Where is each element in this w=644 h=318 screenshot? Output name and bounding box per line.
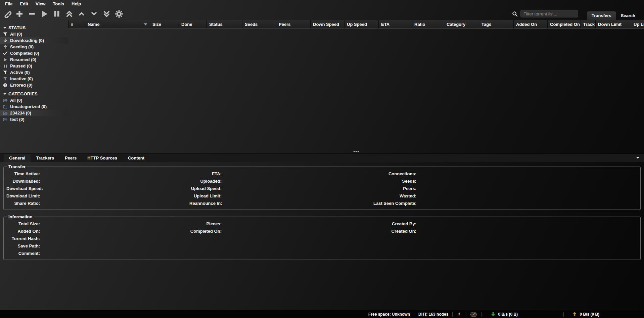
- download-speed-text: 0 B/s (0 B): [498, 312, 518, 317]
- status-filter-resumed-0[interactable]: Resumed (0): [0, 56, 68, 63]
- props-row: Downloaded:Uploaded:Seeds:: [6, 177, 638, 185]
- status-filter-all-0[interactable]: All (0): [0, 31, 68, 37]
- menu-edit[interactable]: Edit: [16, 1, 32, 6]
- view-tab-search[interactable]: Search: [616, 11, 640, 20]
- resume-icon[interactable]: [40, 9, 49, 18]
- tab-peers[interactable]: Peers: [59, 154, 82, 162]
- tab-trackers[interactable]: Trackers: [31, 154, 59, 162]
- label-reannounce-in: Reannounce In:: [189, 201, 222, 206]
- props-row: Download Speed:Upload Speed:Peers:: [6, 185, 638, 192]
- view-tab-transfers[interactable]: Transfers: [587, 11, 616, 20]
- play-icon: [3, 58, 8, 62]
- column-header-category[interactable]: Category: [444, 20, 479, 29]
- side-item-label: Resumed (0): [10, 57, 36, 62]
- column-header-seeds[interactable]: Seeds: [242, 20, 276, 29]
- side-item-label: Downloading (0): [10, 38, 44, 43]
- torrent-table-body[interactable]: [68, 29, 644, 150]
- column-label: Category: [447, 22, 465, 27]
- arrow-up-icon: [3, 45, 8, 49]
- add-icon[interactable]: [15, 9, 24, 18]
- splitter-handle-icon[interactable]: [356, 151, 357, 152]
- column-header-number[interactable]: #: [68, 20, 79, 29]
- speed-gauge-icon[interactable]: [470, 311, 477, 317]
- filter-torrent-input[interactable]: [520, 10, 578, 17]
- caret-down-icon: [3, 93, 6, 95]
- label-save-path: Save Path:: [6, 243, 40, 248]
- column-header-up-speed[interactable]: Up Speed: [344, 20, 378, 29]
- column-header-tracker[interactable]: Tracker: [581, 20, 595, 29]
- column-header-down-limit[interactable]: Down Limit: [595, 20, 631, 29]
- column-label: Down Limit: [598, 22, 622, 27]
- categories-section-header[interactable]: CATEGORIES: [0, 91, 68, 97]
- detail-panel-tabbar: GeneralTrackersPeersHTTP SourcesContent: [0, 153, 644, 162]
- section-transfer: TransferTime Active:ETA:Connections:Down…: [3, 164, 641, 210]
- status-filter-seeding-0[interactable]: Seeding (0): [0, 44, 68, 50]
- status-filter-list: All (0)Downloading (0)Seeding (0)Complet…: [0, 31, 68, 88]
- props-row: Torrent Hash:: [6, 235, 638, 242]
- column-header-ratio[interactable]: Ratio: [412, 20, 444, 29]
- status-section-header[interactable]: STATUS: [0, 25, 68, 31]
- category-all-0[interactable]: All (0): [0, 97, 68, 103]
- column-label: #: [71, 22, 73, 27]
- column-header-up-limit[interactable]: Up Limit: [631, 20, 644, 29]
- pause-icon[interactable]: [52, 9, 61, 18]
- category-uncategorized-0[interactable]: Uncategorized (0): [0, 103, 68, 110]
- upload-speed-text: 0 B/s (0 B): [580, 312, 599, 317]
- panel-content: TransferTime Active:ETA:Connections:Down…: [0, 162, 644, 261]
- status-filter-active-0[interactable]: Active (0): [0, 69, 68, 76]
- props-row: Comment:: [6, 249, 638, 257]
- column-header-name[interactable]: Name: [85, 20, 150, 29]
- panel-splitter[interactable]: [0, 150, 644, 153]
- status-filter-inactive-0[interactable]: Inactive (0): [0, 76, 68, 82]
- category-234234-0[interactable]: 234234 (0): [0, 110, 68, 116]
- column-header-completed-on[interactable]: Completed On: [547, 20, 581, 29]
- menu-file[interactable]: File: [1, 1, 16, 6]
- label-last-seen-complete: Last Seen Complete:: [373, 201, 416, 206]
- column-header-eta[interactable]: ETA: [378, 20, 412, 29]
- column-header-done[interactable]: Done: [179, 20, 206, 29]
- column-label: Seeds: [245, 22, 258, 27]
- pause-icon: [3, 64, 8, 68]
- label-upload-speed: Upload Speed:: [189, 186, 222, 191]
- column-header-size[interactable]: Size: [150, 20, 179, 29]
- status-filter-errored-0[interactable]: Errored (0): [0, 82, 68, 88]
- link-icon[interactable]: [3, 9, 11, 18]
- column-header-down-speed[interactable]: Down Speed: [310, 20, 344, 29]
- column-header-peers[interactable]: Peers: [276, 20, 310, 29]
- tab-content[interactable]: Content: [123, 154, 150, 162]
- props-row: Save Path:: [6, 242, 638, 249]
- label-time-active: Time Active:: [6, 171, 40, 176]
- status-filter-paused-0[interactable]: Paused (0): [0, 63, 68, 69]
- move-down-icon[interactable]: [90, 9, 98, 18]
- label-upload-limit: Upload Limit:: [189, 193, 222, 198]
- options-icon[interactable]: [114, 9, 123, 18]
- tab-http-sources[interactable]: HTTP Sources: [82, 154, 123, 162]
- category-test-0[interactable]: test (0): [0, 116, 68, 123]
- move-top-icon[interactable]: [65, 9, 74, 18]
- side-item-label: Errored (0): [10, 83, 32, 88]
- column-header-icon[interactable]: [79, 20, 85, 29]
- remove-icon[interactable]: [28, 9, 36, 18]
- menu-tools[interactable]: Tools: [49, 1, 68, 6]
- column-header-status[interactable]: Status: [206, 20, 242, 29]
- status-filter-completed-0[interactable]: Completed (0): [0, 50, 68, 56]
- tab-general[interactable]: General: [4, 154, 31, 162]
- menu-help[interactable]: Help: [68, 1, 85, 6]
- column-header-tags[interactable]: Tags: [479, 20, 513, 29]
- folder-icon: [3, 105, 8, 109]
- label-download-speed: Download Speed:: [6, 186, 40, 191]
- side-item-label: Uncategorized (0): [10, 104, 47, 109]
- filter-icon: [3, 70, 8, 75]
- torrent-table-header: #NameSizeDoneStatusSeedsPeersDown SpeedU…: [68, 20, 644, 29]
- status-filter-downloading-0[interactable]: Downloading (0): [0, 37, 68, 44]
- panel-collapse-caret-icon[interactable]: [636, 154, 639, 162]
- move-up-icon[interactable]: [77, 9, 86, 18]
- filter-icon: [3, 32, 8, 36]
- column-label: Size: [152, 22, 161, 27]
- menu-view[interactable]: View: [32, 1, 49, 6]
- move-bottom-icon[interactable]: [102, 9, 111, 18]
- label-downloaded: Downloaded:: [6, 179, 40, 184]
- label-torrent-hash: Torrent Hash:: [6, 236, 40, 241]
- column-header-added-on[interactable]: Added On: [513, 20, 547, 29]
- main-area: STATUS All (0)Downloading (0)Seeding (0)…: [0, 20, 644, 150]
